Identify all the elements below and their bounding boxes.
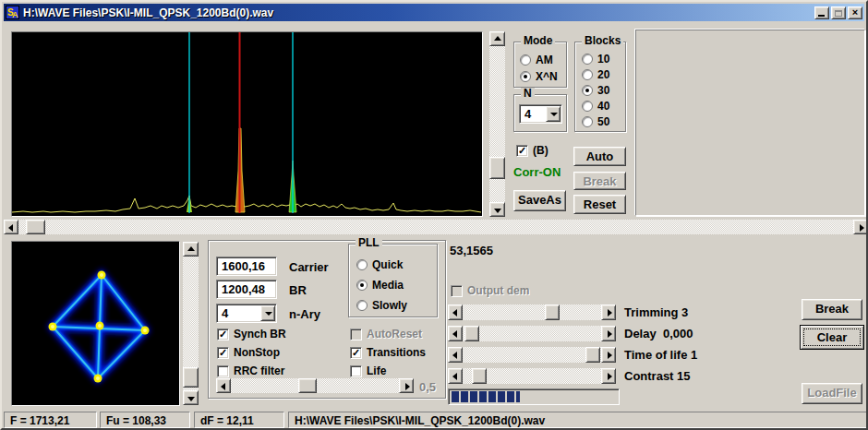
carrier-label: Carrier — [289, 260, 329, 274]
scroll-up-button[interactable] — [183, 242, 199, 257]
minimize-icon — [818, 15, 825, 17]
loadfile-button: LoadFile — [802, 383, 862, 404]
radio-blocks-20[interactable]: 20 — [582, 68, 609, 81]
autoreset-checkbox: AutoReset — [350, 328, 422, 340]
checkbox-checked-icon — [350, 347, 362, 359]
scroll-up-button[interactable] — [489, 31, 505, 46]
radio-icon — [582, 101, 593, 112]
slider-thumb[interactable] — [545, 305, 560, 320]
arrow-right-icon — [608, 373, 612, 380]
slider-right-button[interactable] — [601, 368, 616, 384]
scroll-right-button[interactable] — [853, 220, 868, 234]
arrow-left-icon — [452, 330, 457, 338]
radio-media[interactable]: Media — [356, 279, 404, 292]
title-bar[interactable]: SA H:\WAVE Files\PSK\I-MIL_QPSK_1200Bd(0… — [4, 4, 864, 21]
minimize-button[interactable] — [814, 6, 829, 19]
combo-drop-button[interactable] — [546, 106, 561, 122]
slider-right-button[interactable] — [601, 305, 616, 320]
nonstop-checkbox[interactable]: NonStop — [217, 346, 280, 359]
delay-slider[interactable] — [448, 326, 616, 341]
n-combobox[interactable]: 4 — [519, 104, 562, 124]
checkbox-disabled-icon — [451, 285, 463, 297]
scroll-left-button[interactable] — [4, 220, 18, 234]
nary-combobox[interactable]: 4 — [216, 304, 277, 323]
transitions-checkbox[interactable]: Transitions — [350, 346, 426, 359]
b-checkbox[interactable]: (B) — [516, 144, 549, 157]
trimming-slider[interactable] — [448, 305, 616, 320]
radio-icon — [582, 116, 593, 127]
arrow-left-icon — [8, 224, 13, 232]
radio-selected-icon — [582, 85, 593, 96]
aux-slider[interactable] — [216, 378, 414, 393]
radio-slowly[interactable]: Slowly — [356, 299, 407, 312]
radio-icon — [356, 259, 368, 270]
slider-right-button[interactable] — [399, 378, 414, 393]
radio-blocks-10[interactable]: 10 — [582, 53, 609, 66]
spectrum-hscrollbar[interactable] — [4, 220, 868, 234]
slider-thumb[interactable] — [472, 368, 487, 384]
pll-group: PLL Quick Media Slowly — [348, 244, 438, 317]
checkbox-checked-icon — [516, 145, 528, 157]
slider-left-button[interactable] — [216, 378, 231, 393]
arrow-up-icon — [187, 246, 195, 251]
scroll-down-button[interactable] — [489, 202, 505, 217]
slider-left-button[interactable] — [448, 347, 463, 363]
arrow-up-icon — [494, 36, 501, 41]
slider-thumb[interactable] — [464, 326, 479, 341]
radio-selected-icon — [356, 280, 368, 291]
n-group-title: N — [521, 88, 535, 100]
scroll-thumb[interactable] — [183, 367, 199, 388]
rrc-filter-checkbox[interactable]: RRC filter — [217, 364, 284, 377]
spectrum-display[interactable] — [11, 31, 483, 217]
app-icon[interactable]: SA — [6, 6, 19, 19]
slider-right-button[interactable] — [601, 347, 616, 363]
scroll-thumb[interactable] — [489, 157, 505, 179]
maximize-button[interactable] — [831, 6, 846, 19]
break-button[interactable]: Break — [802, 299, 862, 320]
slider-left-button[interactable] — [448, 305, 463, 320]
radio-blocks-30[interactable]: 30 — [582, 84, 609, 97]
arrow-left-icon — [452, 309, 457, 317]
scroll-thumb[interactable] — [26, 220, 45, 234]
slider-left-button[interactable] — [448, 368, 463, 384]
checkbox-icon — [350, 365, 362, 377]
spectrum-vscrollbar[interactable] — [489, 31, 505, 217]
reset-button[interactable]: Reset — [573, 195, 626, 214]
scroll-down-button[interactable] — [183, 390, 199, 405]
contrast-label: Contrast 15 — [624, 369, 691, 383]
saveas-button[interactable]: SaveAs — [513, 190, 566, 211]
carrier-field[interactable]: 1600,16 — [216, 257, 277, 276]
br-field[interactable]: 1200,48 — [216, 280, 277, 299]
auto-button[interactable]: Auto — [573, 147, 626, 166]
arrow-right-icon — [860, 224, 864, 232]
radio-icon — [582, 54, 593, 65]
slider-thumb[interactable] — [298, 378, 317, 393]
radio-blocks-50[interactable]: 50 — [582, 115, 609, 128]
arrow-down-icon — [494, 209, 501, 213]
measure-value: 53,1565 — [450, 244, 493, 257]
slider-thumb[interactable] — [585, 347, 600, 363]
slider-left-button[interactable] — [448, 326, 463, 341]
radio-quick[interactable]: Quick — [356, 258, 403, 271]
radio-blocks-40[interactable]: 40 — [582, 100, 609, 113]
clear-button[interactable]: Clear — [800, 325, 864, 350]
arrow-right-icon — [608, 352, 612, 359]
arrow-right-icon — [608, 330, 612, 338]
life-checkbox[interactable]: Life — [350, 364, 386, 377]
synch-br-checkbox[interactable]: Synch BR — [217, 328, 286, 340]
radio-icon — [582, 69, 593, 80]
constellation-display[interactable] — [11, 241, 180, 406]
chevron-down-icon — [550, 113, 558, 116]
radio-xn[interactable]: X^N — [520, 70, 558, 83]
break-button-top: Break — [573, 172, 626, 190]
combo-drop-button[interactable] — [260, 305, 275, 321]
time-of-life-slider[interactable] — [448, 347, 616, 363]
radio-am[interactable]: AM — [520, 54, 553, 66]
close-button[interactable]: × — [848, 6, 862, 19]
constellation-vscrollbar[interactable] — [183, 242, 199, 405]
n-value: 4 — [524, 107, 531, 121]
slider-right-button[interactable] — [601, 326, 616, 341]
contrast-slider[interactable] — [448, 368, 616, 384]
status-fu: Fu = 108,33 — [100, 412, 190, 428]
aux-slider-value: 0,5 — [419, 380, 436, 394]
